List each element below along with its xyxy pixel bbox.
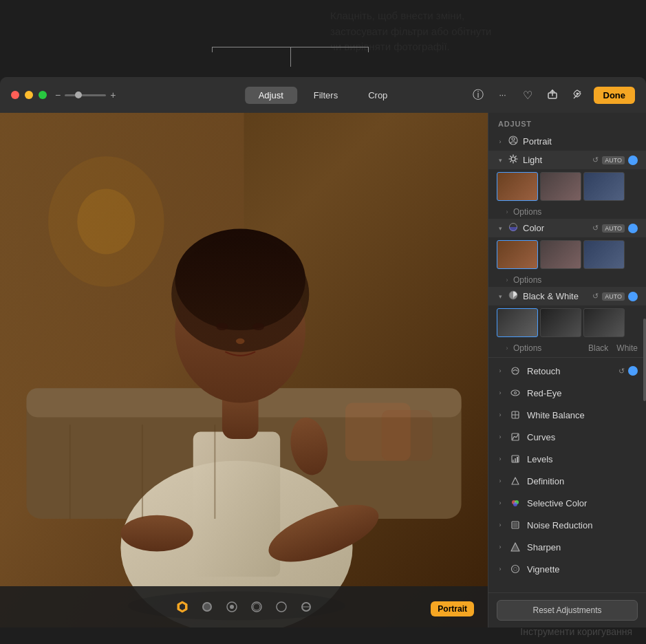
heart-button[interactable]: ♡ — [519, 87, 536, 103]
color-undo[interactable]: ↺ — [592, 224, 599, 233]
sidebar-item-color[interactable]: Color ↺ AUTO — [488, 219, 646, 237]
callout-vertical — [290, 47, 291, 67]
sidebar-item-definition[interactable]: Definition — [488, 470, 646, 492]
retouch-indicator[interactable] — [628, 366, 638, 376]
light-auto-badge[interactable]: AUTO — [602, 156, 625, 164]
retouch-undo[interactable]: ↺ — [618, 367, 625, 376]
sidebar-item-noise-reduction[interactable]: Noise Reduction — [488, 514, 646, 536]
svg-point-2 — [576, 93, 578, 95]
light-options-label: Options — [513, 207, 541, 217]
retouch-actions: ↺ — [618, 366, 638, 376]
svg-point-19 — [252, 323, 264, 331]
sidebar-item-light[interactable]: Light ↺ AUTO — [488, 151, 646, 169]
bw-thumb-2[interactable] — [540, 308, 581, 337]
color-thumb-1[interactable] — [497, 240, 538, 269]
reset-adjustments-button[interactable]: Reset Adjustments — [497, 600, 638, 621]
minimize-button[interactable] — [25, 91, 33, 99]
circle-tool-1[interactable] — [200, 600, 214, 614]
circle-tool-3[interactable] — [250, 600, 263, 614]
light-actions: ↺ AUTO — [592, 155, 638, 165]
circle-tool-4[interactable] — [274, 600, 288, 614]
light-options[interactable]: Options — [488, 205, 646, 219]
bw-undo[interactable]: ↺ — [592, 292, 599, 301]
light-thumb-2[interactable] — [540, 172, 581, 201]
zoom-slider[interactable] — [65, 94, 106, 96]
tab-crop[interactable]: Crop — [354, 87, 401, 104]
sidebar-scroll[interactable]: Portrait — [488, 132, 646, 592]
zoom-minus-button[interactable]: − — [55, 89, 61, 100]
sidebar-item-curves[interactable]: Curves — [488, 426, 646, 448]
definition-chevron — [497, 477, 504, 484]
color-options-chevron — [504, 277, 510, 283]
color-auto-badge[interactable]: AUTO — [602, 224, 625, 233]
done-button[interactable]: Done — [594, 87, 636, 104]
light-thumbnails — [488, 169, 646, 205]
zoom-plus-button[interactable]: + — [110, 89, 116, 100]
sidebar-scrollbar[interactable] — [643, 113, 646, 627]
circle-tool-2[interactable] — [225, 600, 239, 614]
svg-point-39 — [512, 138, 515, 140]
bw-actions: ↺ AUTO — [592, 292, 638, 301]
svg-rect-63 — [515, 458, 516, 462]
wb-chevron — [497, 411, 504, 418]
portrait-badge[interactable]: Portrait — [431, 601, 474, 616]
bw-thumb-3[interactable] — [583, 308, 625, 337]
svg-point-30 — [204, 603, 211, 610]
svg-point-35 — [277, 602, 286, 612]
light-thumb-3[interactable] — [583, 172, 625, 201]
red-eye-chevron — [497, 389, 504, 396]
sidebar-item-sharpen[interactable]: Sharpen — [488, 536, 646, 558]
light-undo[interactable]: ↺ — [592, 155, 599, 164]
traffic-lights — [11, 91, 47, 99]
light-indicator[interactable] — [628, 155, 638, 165]
photo-bottom-bar: Portrait — [0, 586, 488, 627]
svg-line-48 — [515, 156, 516, 157]
close-button[interactable] — [11, 91, 19, 99]
sidebar-item-portrait[interactable]: Portrait — [488, 132, 646, 151]
more-button[interactable]: ··· — [495, 87, 511, 103]
share-button[interactable] — [544, 87, 561, 103]
svg-point-68 — [513, 502, 517, 506]
color-options[interactable]: Options — [488, 273, 646, 287]
bw-thumb-1[interactable] — [497, 308, 538, 337]
retouch-chevron — [497, 367, 504, 374]
sidebar-item-levels[interactable]: Levels — [488, 448, 646, 470]
light-thumb-1[interactable] — [497, 172, 538, 201]
svg-rect-22 — [382, 410, 433, 461]
bw-label: Black & White — [523, 291, 588, 301]
maximize-button[interactable] — [39, 91, 47, 99]
color-indicator[interactable] — [628, 224, 638, 233]
circle-tool-5[interactable] — [299, 600, 313, 614]
sharpen-icon — [509, 541, 521, 553]
nr-icon — [509, 519, 521, 531]
sidebar-item-selective-color[interactable]: Selective Color — [488, 492, 646, 514]
annotation-label: Інструменти коригування — [520, 626, 632, 637]
svg-point-32 — [230, 605, 234, 609]
bw-indicator[interactable] — [628, 292, 638, 301]
svg-point-78 — [514, 568, 517, 571]
titlebar: − + Adjust Filters Crop ⓘ ··· ♡ — [0, 77, 646, 113]
sidebar-item-black-white[interactable]: Black & White ↺ AUTO — [488, 287, 646, 305]
sidebar-item-vignette[interactable]: Vignette — [488, 558, 646, 580]
sidebar-item-retouch[interactable]: Retouch ↺ — [488, 360, 646, 382]
svg-marker-65 — [512, 477, 519, 484]
share-icon — [547, 89, 558, 102]
bw-options[interactable]: Options Black White — [488, 341, 646, 355]
color-thumb-3[interactable] — [583, 240, 625, 269]
color-thumb-2[interactable] — [540, 240, 581, 269]
tab-adjust[interactable]: Adjust — [245, 87, 297, 104]
sidebar-item-red-eye[interactable]: Red-Eye — [488, 382, 646, 404]
hex-tool-button[interactable] — [175, 600, 189, 614]
info-button[interactable]: ⓘ — [470, 87, 486, 103]
color-thumbnails — [488, 237, 646, 273]
curves-chevron — [497, 433, 504, 440]
bw-auto-badge[interactable]: AUTO — [602, 292, 625, 301]
sidebar-item-white-balance[interactable]: White Balance — [488, 404, 646, 426]
bw-thumbnails — [488, 305, 646, 341]
svg-point-12 — [120, 515, 193, 552]
portrait-chevron — [497, 138, 504, 145]
tab-filters[interactable]: Filters — [300, 87, 352, 104]
photo-area[interactable]: Portrait — [0, 113, 488, 627]
magic-button[interactable] — [569, 87, 585, 103]
zoom-control: − + — [55, 89, 116, 100]
